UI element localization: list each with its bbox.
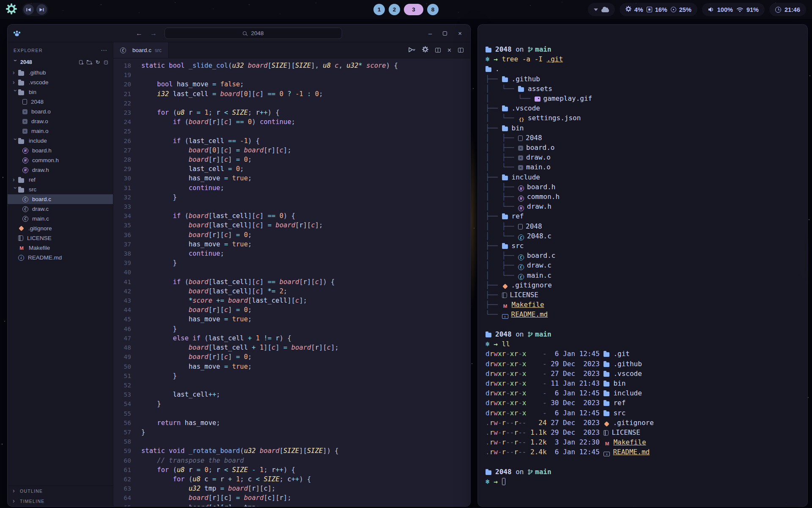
code-line[interactable]: 29 last_cell = 0; [113, 164, 470, 174]
code-line[interactable]: 45 has_move = true; [113, 315, 470, 324]
code-line[interactable]: 31 continue; [113, 183, 470, 193]
code-line[interactable]: 46 } [113, 324, 470, 334]
close-editor-button[interactable]: × [447, 47, 451, 54]
code-line[interactable]: 25 [113, 127, 470, 136]
workspace-8-button[interactable]: 8 [427, 4, 439, 15]
code-line[interactable]: 55 [113, 409, 470, 418]
file-draw.h[interactable]: Hdraw.h [8, 165, 113, 175]
code-line[interactable]: 24 if (board[r][c] == 0) continue; [113, 117, 470, 127]
code-line[interactable]: 65 board[c][r] = tmp; [113, 503, 470, 506]
code-line[interactable]: 44 board[r][c] = 0; [113, 305, 470, 315]
refresh-explorer-icon[interactable]: ↻ [96, 60, 100, 65]
code-line[interactable]: 22 [113, 99, 470, 108]
code-line[interactable]: 19 [113, 70, 470, 80]
code-line[interactable]: 34 if (board[last_cell][c] == 0) { [113, 211, 470, 221]
file-board.o[interactable]: board.o [8, 107, 113, 116]
file-LICENSE[interactable]: LICENSE [8, 233, 113, 243]
close-button[interactable]: × [458, 30, 462, 37]
editor-layout-button[interactable] [458, 47, 464, 54]
code-editor[interactable]: 18static bool _slide_col(u32 board[SIZE]… [113, 58, 470, 506]
file-board.h[interactable]: Hboard.h [8, 146, 113, 155]
workspace-2-button[interactable]: 2 [389, 4, 400, 15]
file-Makefile[interactable]: MMakefile [8, 243, 113, 253]
launcher-gear-icon[interactable] [6, 3, 17, 16]
file-main.o[interactable]: main.o [8, 126, 113, 136]
file-README.md[interactable]: iREADME.md [8, 253, 113, 262]
system-stats-widget[interactable]: 4% 16% 25% [620, 3, 697, 16]
code-line[interactable]: 58 [113, 437, 470, 446]
code-line[interactable]: 32 } [113, 193, 470, 202]
code-line[interactable]: 64 board[r][c] = board[c][r]; [113, 493, 470, 502]
collapse-folders-icon[interactable] [104, 61, 108, 64]
code-line[interactable]: 38 continue; [113, 249, 470, 258]
file-draw.o[interactable]: draw.o [8, 116, 113, 126]
file-main.c[interactable]: Cmain.c [8, 214, 113, 224]
code-line[interactable]: 60 // transpose the board [113, 456, 470, 465]
file-board.c[interactable]: Cboard.c [8, 194, 113, 204]
weather-widget[interactable] [588, 3, 615, 16]
code-line[interactable]: 28 board[r][c] = 0; [113, 155, 470, 164]
code-line[interactable]: 35 board[last_cell][c] = board[r][c]; [113, 221, 470, 230]
code-line[interactable]: 40 [113, 268, 470, 277]
code-line[interactable]: 27 board[0][c] = board[r][c]; [113, 146, 470, 155]
file-draw.c[interactable]: Cdraw.c [8, 204, 113, 214]
timeline-section[interactable]: › TIMELINE [8, 496, 113, 506]
new-file-icon[interactable] [79, 60, 82, 64]
code-line[interactable]: 26 if (last_cell == -1) { [113, 136, 470, 146]
code-line[interactable]: 61 for (u8 r = 0; r < SIZE - 1; r++) { [113, 465, 470, 475]
code-line[interactable]: 42 board[last_cell][c] *= 2; [113, 287, 470, 296]
run-code-button[interactable] [408, 47, 415, 54]
minimize-button[interactable]: – [428, 30, 432, 37]
code-line[interactable]: 50 has_move = true; [113, 362, 470, 371]
folder-src[interactable]: ›src [8, 185, 113, 194]
code-line[interactable]: 43 *score += board[last_cell][c]; [113, 296, 470, 305]
code-line[interactable]: 23 for (u8 r = 1; r < SIZE; r++) { [113, 108, 470, 117]
new-folder-icon[interactable] [87, 61, 91, 64]
code-line[interactable]: 49 board[r][c] = 0; [113, 352, 470, 362]
folder-bin[interactable]: ›bin [8, 87, 113, 97]
project-root-row[interactable]: › 2048 ↻ [8, 57, 113, 68]
clock-widget[interactable]: 21:46 [769, 3, 806, 16]
code-line[interactable]: 57} [113, 428, 470, 437]
history-back-button[interactable]: ← [136, 30, 143, 37]
code-line[interactable]: 59static void _rotate_board(u32 board[SI… [113, 446, 470, 456]
code-line[interactable]: 37 has_move = true; [113, 240, 470, 249]
command-center-search[interactable]: 2048 [165, 28, 342, 39]
settings-button[interactable] [422, 46, 428, 54]
workspace-3-button[interactable]: 3 [404, 4, 423, 15]
media-prev-button[interactable] [23, 4, 34, 15]
code-line[interactable]: 56 return has_move; [113, 418, 470, 428]
code-line[interactable]: 33 [113, 202, 470, 211]
code-line[interactable]: 18static bool _slide_col(u32 board[SIZE]… [113, 61, 470, 70]
folder-.vscode[interactable]: ›.vscode [8, 77, 113, 87]
code-line[interactable]: 39 } [113, 258, 470, 268]
workspace-1-button[interactable]: 1 [373, 4, 385, 15]
audio-network-widget[interactable]: 100% 91% [702, 3, 765, 16]
code-line[interactable]: 54 } [113, 399, 470, 409]
code-line[interactable]: 36 board[r][c] = 0; [113, 230, 470, 240]
code-line[interactable]: 51 } [113, 371, 470, 381]
history-forward-button[interactable]: → [150, 30, 157, 37]
outline-section[interactable]: › OUTLINE [8, 486, 113, 496]
maximize-button[interactable] [443, 30, 447, 37]
code-line[interactable]: 53 last_cell++; [113, 390, 470, 399]
code-line[interactable]: 62 for (u8 c = r + 1; c < SIZE; c++) { [113, 475, 470, 484]
code-line[interactable]: 30 has_move = true; [113, 174, 470, 183]
code-line[interactable]: 21 i32 last_cell = board[0][c] == 0 ? -1… [113, 89, 470, 99]
code-line[interactable]: 20 bool has_move = false; [113, 80, 470, 89]
folder-ref[interactable]: ›ref [8, 175, 113, 185]
code-line[interactable]: 48 board[last_cell + 1][c] = board[r][c]… [113, 343, 470, 352]
folder-.github[interactable]: ›.github [8, 68, 113, 77]
file-common.h[interactable]: Hcommon.h [8, 155, 113, 165]
file-.gitignore[interactable]: .gitignore [8, 224, 113, 233]
file-2048[interactable]: 2048 [8, 97, 113, 107]
split-editor-button[interactable] [435, 47, 441, 54]
terminal-window[interactable]: 2048 on main❄ → tree -a -I .git.├── .git… [477, 24, 808, 507]
explorer-more-icon[interactable]: ⋯ [101, 47, 107, 54]
editor-titlebar[interactable]: ← → 2048 – × [8, 25, 470, 42]
folder-include[interactable]: ›include [8, 136, 113, 146]
code-line[interactable]: 52 [113, 381, 470, 390]
code-line[interactable]: 47 else if (last_cell + 1 != r) { [113, 334, 470, 343]
media-next-button[interactable] [36, 4, 47, 15]
code-line[interactable]: 63 u32 tmp = board[r][c]; [113, 484, 470, 493]
